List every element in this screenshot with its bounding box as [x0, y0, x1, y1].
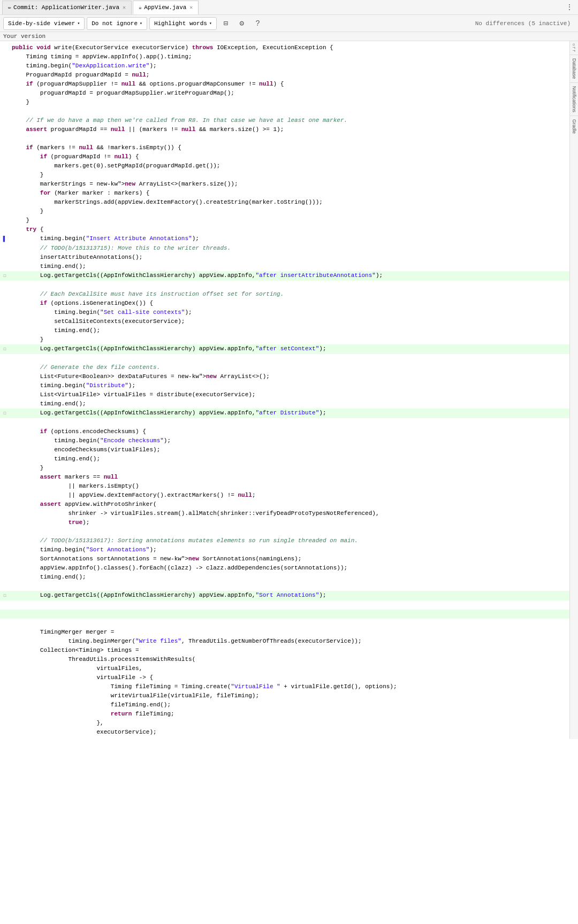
java-icon: ✏	[8, 4, 11, 11]
gutter	[0, 262, 10, 263]
code-line	[0, 527, 569, 536]
split-view-icon[interactable]: ⊟	[219, 17, 233, 30]
gutter	[0, 664, 10, 665]
gutter	[0, 171, 10, 171]
gutter	[0, 281, 10, 281]
gutter	[0, 125, 10, 126]
ignore-button[interactable]: Do not ignore ▾	[87, 17, 147, 30]
code-line: assert appView.withProtoShrinker(	[0, 500, 569, 509]
gutter	[0, 555, 10, 555]
code-line: try {	[0, 225, 569, 234]
code-line: // TODO(b/151313617): Sorting annotation…	[0, 536, 569, 545]
gutter	[0, 372, 10, 373]
gutter	[0, 673, 10, 674]
code-content: timing.beginMerger("Write files", Thread…	[10, 637, 569, 646]
gutter	[0, 582, 10, 582]
code-line: appView.appInfo().classes().forEach((cla…	[0, 564, 569, 573]
code-content: timing.end();	[10, 455, 569, 464]
gutter	[0, 107, 10, 107]
code-line: timing.end();	[0, 455, 569, 464]
notifications-icon[interactable]: Notifications	[572, 86, 577, 112]
gutter	[0, 719, 10, 719]
code-line: Timing timing = appView.appInfo().app().…	[0, 52, 569, 61]
code-line	[0, 418, 569, 427]
gutter	[0, 655, 10, 656]
code-line: Timing fileTiming = Timing.create("Virtu…	[0, 682, 569, 691]
tab-label: Commit: ApplicationWriter.java	[13, 4, 119, 11]
code-content: }	[10, 171, 569, 180]
code-content: markerStrings = new-kw">new ArrayList<>(…	[10, 180, 569, 189]
tab-more-button[interactable]: ⋮	[563, 1, 576, 14]
code-line: // TODO(b/151313715): Move this to the w…	[0, 244, 569, 253]
gutter	[0, 198, 10, 198]
code-line: || appView.dexItemFactory().extractMarke…	[0, 491, 569, 500]
code-content: timing.begin("Distribute");	[10, 381, 569, 390]
code-line: List<Future<Boolean>> dexDataFutures = n…	[0, 372, 569, 381]
code-area[interactable]: public void write(ExecutorService execut…	[0, 41, 569, 739]
gutter	[0, 418, 10, 419]
highlight-button[interactable]: Highlight words ▾	[149, 17, 217, 30]
code-line: setCallSiteContexts(executorService);	[0, 317, 569, 326]
code-content: Timing fileTiming = Timing.create("Virtu…	[10, 682, 569, 691]
code-content: if (proguardMapId != null) {	[10, 152, 569, 161]
tab-close-2[interactable]: ✕	[189, 4, 193, 11]
code-line: fileTiming.end();	[0, 700, 569, 710]
gutter	[0, 180, 10, 180]
database-icon[interactable]: Database	[572, 58, 577, 79]
code-line: public void write(ExecutorService execut…	[0, 43, 569, 52]
code-content: Log.getTargetCls((AppInfoWithClassHierar…	[10, 409, 569, 418]
viewer-mode-button[interactable]: Side-by-side viewer ▾	[3, 17, 85, 30]
gutter	[0, 89, 10, 89]
code-line: timing.begin("Set call-site contexts");	[0, 308, 569, 317]
gutter	[0, 189, 10, 189]
gutter	[0, 71, 10, 71]
sidebar-section-gradle[interactable]: Gradle	[570, 116, 578, 137]
tab-close[interactable]: ✕	[123, 4, 126, 11]
help-icon[interactable]: ?	[251, 17, 265, 30]
code-content: }	[10, 464, 569, 473]
settings-icon[interactable]: ⚙	[235, 17, 249, 30]
code-line: SortAnnotations sortAnnotations = new-kw…	[0, 555, 569, 564]
sidebar-section-notifications[interactable]: Notifications	[570, 82, 578, 116]
gutter	[0, 600, 10, 601]
code-content: return fileTiming;	[10, 710, 569, 719]
code-content: Log.getTargetCls((AppInfoWithClassHierar…	[10, 271, 569, 280]
code-content: timing.end();	[10, 326, 569, 335]
gutter: ◻	[0, 409, 10, 418]
code-content: timing.begin("Encode checksums");	[10, 436, 569, 445]
toolbar: Side-by-side viewer ▾ Do not ignore ▾ Hi…	[0, 15, 578, 32]
code-content: ThreadUtils.processItemsWithResults(	[10, 655, 569, 664]
code-content: try {	[10, 225, 569, 234]
code-content: timing.end();	[10, 573, 569, 582]
gutter	[0, 646, 10, 646]
gutter	[0, 473, 10, 473]
code-content: },	[10, 719, 569, 728]
code-content: if (markers != null && !markers.isEmpty(…	[10, 143, 569, 152]
code-line: || markers.isEmpty()	[0, 482, 569, 491]
tab-applicationwriter[interactable]: ✏ Commit: ApplicationWriter.java ✕	[2, 1, 132, 14]
code-content: virtualFiles,	[10, 664, 569, 673]
code-line	[0, 610, 569, 619]
gutter	[0, 317, 10, 318]
tab-appview[interactable]: ☕ AppView.java ✕	[133, 1, 199, 14]
code-content: SortAnnotations sortAnnotations = new-kw…	[10, 555, 569, 564]
java-icon2: ☕	[139, 4, 142, 11]
code-line: ProguardMapId proguardMapId = null;	[0, 71, 569, 80]
code-content: true);	[10, 518, 569, 527]
gutter	[0, 134, 10, 135]
gradle-icon[interactable]: Gradle	[572, 119, 577, 134]
code-content: if (proguardMapSupplier != null && optio…	[10, 80, 569, 89]
gutter	[0, 152, 10, 153]
gutter: ◻	[0, 271, 10, 281]
code-content: proguardMapId = proguardMapSupplier.writ…	[10, 89, 569, 98]
code-line	[0, 107, 569, 116]
code-line: Collection<Timing> timings =	[0, 646, 569, 655]
sidebar-section-database[interactable]: Database	[570, 55, 578, 82]
gutter	[0, 161, 10, 162]
code-line	[0, 619, 569, 628]
right-sidebar: off Database Notifications Gradle	[569, 41, 578, 739]
code-content: || markers.isEmpty()	[10, 482, 569, 491]
code-content: if (options.isGeneratingDex()) {	[10, 299, 569, 308]
gutter	[0, 427, 10, 428]
gutter	[0, 399, 10, 400]
